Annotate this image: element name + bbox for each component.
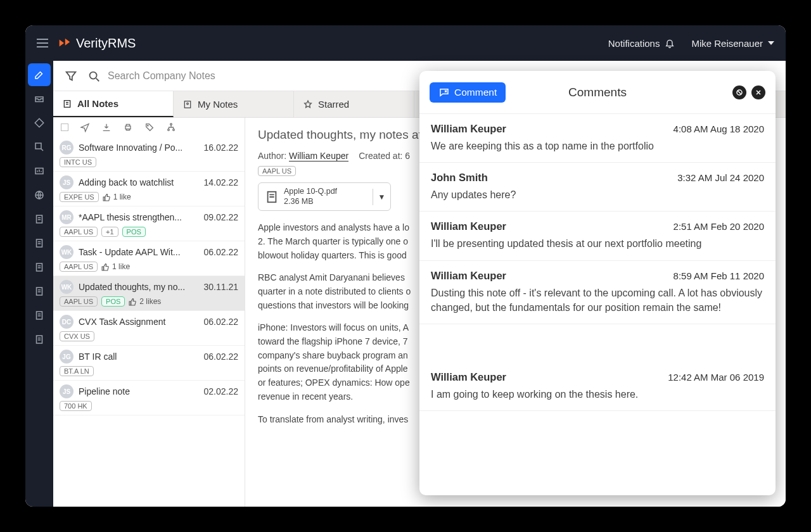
rail-globe[interactable]	[28, 184, 51, 206]
like-count[interactable]: 1 like	[103, 193, 131, 201]
note-title: Software Innovating / Po...	[79, 142, 199, 153]
detail-created: Created at: 6	[359, 151, 410, 161]
comment-author: John Smith	[431, 172, 488, 184]
avatar: JG	[60, 350, 73, 364]
note-date: 06.02.22	[204, 352, 239, 362]
note-title: *AAPL thesis strengthen...	[79, 212, 199, 222]
note-item[interactable]: JS Adding back to watchlist 14.02.22 EXP…	[53, 172, 245, 206]
like-count[interactable]: 2 likes	[129, 297, 161, 306]
select-all-checkbox[interactable]	[61, 124, 68, 131]
avatar: JS	[60, 384, 73, 398]
comment-body: Dusting this note off - it's relevant to…	[431, 286, 764, 315]
ticker-tag[interactable]: 700 HK	[60, 401, 92, 411]
note-item[interactable]: DC CVX Task Assignment 06.02.22 CVX US	[53, 311, 245, 346]
avatar: WK	[60, 280, 73, 294]
comment-item: William Keuper 4:08 AM Aug 18 2020 We ar…	[419, 114, 776, 163]
list-toolbar	[53, 118, 245, 137]
comment-item: John Smith 3:32 AM Jul 24 2020 Any updat…	[419, 163, 776, 212]
send-icon[interactable]	[80, 122, 90, 132]
svg-rect-1	[35, 143, 41, 149]
svg-point-10	[90, 72, 97, 79]
close-icon[interactable]	[751, 86, 765, 99]
tab-starred[interactable]: Starred	[294, 91, 414, 117]
comment-time: 3:32 AM Jul 24 2020	[677, 172, 764, 183]
pos-tag[interactable]: POS	[122, 227, 146, 237]
pos-tag[interactable]: POS	[101, 296, 125, 307]
tab-my-notes[interactable]: My Notes	[174, 91, 294, 117]
note-title: Adding back to watchlist	[79, 177, 199, 187]
comment-button[interactable]: Comment	[430, 82, 506, 103]
logo-icon	[57, 36, 71, 50]
topbar: VerityRMS Notifications Mike Reisenauer	[25, 25, 786, 61]
menu-icon[interactable]	[37, 39, 48, 48]
note-date: 02.02.22	[204, 386, 239, 396]
ticker-tag[interactable]: BT.A LN	[60, 366, 94, 376]
svg-point-15	[148, 125, 148, 126]
tab-label: All Notes	[77, 98, 118, 109]
ticker-tag[interactable]: AAPL US	[60, 262, 98, 272]
attachment-dropdown[interactable]: ▼	[373, 189, 390, 205]
note-date: 14.02.22	[204, 177, 239, 187]
ticker-tag[interactable]: EXPE US	[60, 192, 99, 202]
chevron-down-icon	[768, 41, 774, 45]
person-notes-icon	[182, 99, 193, 110]
print-icon[interactable]	[123, 122, 133, 132]
rail-doc1[interactable]	[28, 208, 51, 231]
comment-time: 4:08 AM Aug 18 2020	[674, 124, 764, 134]
avatar: DC	[60, 315, 73, 329]
note-item[interactable]: WK Task - Update AAPL Wit... 06.02.22 AA…	[53, 241, 245, 276]
note-date: 09.02.22	[204, 212, 239, 222]
user-name: Mike Reisenauer	[691, 38, 763, 49]
detail-author[interactable]: William Keuper	[289, 151, 348, 162]
ticker-tag[interactable]: AAPL US	[60, 227, 98, 237]
rail-tags[interactable]	[28, 111, 51, 134]
notifications-button[interactable]: Notifications	[608, 38, 675, 49]
comment-icon	[438, 87, 450, 98]
pdf-icon	[265, 190, 279, 204]
svg-point-16	[170, 124, 172, 125]
note-item[interactable]: WK Updated thoughts, my no... 30.11.21 A…	[53, 276, 245, 311]
rail-doc2[interactable]	[28, 232, 51, 255]
rail-doc3[interactable]	[28, 256, 51, 279]
rail-dashboard[interactable]	[28, 160, 51, 182]
comments-panel: Comment Comments William Keuper 4:08 AM …	[419, 71, 776, 495]
ticker-tag[interactable]: AAPL US	[60, 296, 98, 307]
block-icon[interactable]	[732, 86, 746, 99]
hierarchy-icon[interactable]	[166, 122, 176, 132]
note-item[interactable]: JG BT IR call 06.02.22 BT.A LN	[53, 346, 245, 381]
user-menu[interactable]: Mike Reisenauer	[691, 38, 774, 49]
search-icon[interactable]	[85, 67, 103, 85]
rail-search[interactable]	[28, 136, 51, 158]
rail-doc5[interactable]	[28, 304, 51, 327]
detail-ticker-tag[interactable]: AAPL US	[258, 166, 296, 176]
tab-all-notes[interactable]: All Notes	[53, 91, 174, 117]
rail-inbox[interactable]	[28, 87, 51, 110]
rail-doc4[interactable]	[28, 280, 51, 303]
comment-author: William Keuper	[431, 220, 506, 232]
note-date: 06.02.22	[204, 317, 239, 327]
notes-icon	[62, 99, 72, 109]
comment-body: We are keeping this as a top name in the…	[431, 139, 764, 153]
note-date: 06.02.22	[204, 247, 239, 257]
comment-item: William Keuper 8:59 AM Feb 11 2020 Dusti…	[419, 261, 776, 324]
download-icon[interactable]	[101, 122, 112, 132]
ticker-tag[interactable]: INTC US	[60, 157, 96, 167]
comment-item: William Keuper 2:51 AM Feb 20 2020 I'll …	[419, 212, 776, 260]
bell-icon	[665, 38, 675, 48]
ticker-tag[interactable]: CVX US	[60, 331, 94, 341]
comment-time: 2:51 AM Feb 20 2020	[674, 221, 764, 232]
rail-compose[interactable]	[28, 63, 51, 86]
attachment[interactable]: Apple 10-Q.pdf 2.36 MB ▼	[258, 182, 391, 211]
note-date: 16.02.22	[204, 142, 239, 153]
tag-action-icon[interactable]	[144, 122, 155, 132]
extra-tag[interactable]: +1	[101, 227, 118, 237]
note-item[interactable]: MR *AAPL thesis strengthen... 09.02.22 A…	[53, 206, 245, 241]
svg-point-17	[168, 129, 170, 131]
note-item[interactable]: RG Software Innovating / Po... 16.02.22 …	[53, 137, 245, 172]
filter-icon[interactable]	[62, 67, 80, 85]
note-list: RG Software Innovating / Po... 16.02.22 …	[53, 118, 245, 507]
rail-doc6[interactable]	[28, 328, 51, 351]
comment-author: William Keuper	[431, 123, 506, 135]
note-item[interactable]: JS Pipeline note 02.02.22 700 HK	[53, 381, 245, 415]
like-count[interactable]: 1 like	[101, 262, 130, 271]
